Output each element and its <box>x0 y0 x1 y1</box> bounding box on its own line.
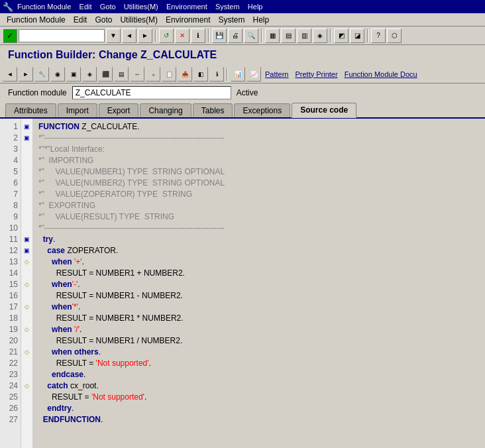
menu-environment[interactable]: Environment <box>162 15 214 25</box>
function-module-doc-btn[interactable]: Function Module Docu <box>342 69 420 80</box>
info-btn[interactable]: ℹ <box>191 28 205 43</box>
line-number: 1 <box>5 121 18 133</box>
line-number: 26 <box>5 403 18 414</box>
tb2-btn7[interactable]: ↔ <box>130 67 144 82</box>
tb2-btn13[interactable]: 📊 <box>231 67 245 82</box>
tab-exceptions[interactable]: Exceptions <box>234 103 290 117</box>
dropdown-btn[interactable]: ▼ <box>106 28 121 43</box>
toolbar-btn-f[interactable]: ◪ <box>350 28 364 43</box>
sep2 <box>208 29 209 42</box>
tb2-btn14[interactable]: 📈 <box>246 67 261 82</box>
tb2-btn2[interactable]: ◉ <box>50 67 65 82</box>
menu-goto[interactable]: Goto <box>91 15 116 25</box>
app-title: Function Builder: Change Z_CALCULATE <box>8 49 217 60</box>
menu-system[interactable]: System <box>214 15 248 25</box>
sep4 <box>330 29 331 42</box>
print-btn[interactable]: 🖨 <box>228 28 242 43</box>
line-number: 15 <box>5 279 18 290</box>
code-icon <box>23 166 31 178</box>
menu-edit[interactable]: Edit <box>70 15 91 25</box>
help-icon-btn[interactable]: ? <box>371 28 386 43</box>
code-icon <box>23 290 31 302</box>
code-line: endtry. <box>38 403 480 414</box>
code-icon: ◇ <box>23 324 31 335</box>
code-line: catch cx_root. <box>38 380 480 392</box>
nav-forward-btn[interactable]: ► <box>138 28 152 43</box>
code-line: when'-'. <box>38 279 480 290</box>
code-icon: ◇ <box>23 347 31 358</box>
tb2-btn4[interactable]: ◈ <box>82 67 97 82</box>
tb2-back[interactable]: ◄ <box>3 67 17 82</box>
code-icon: ▣ <box>23 234 31 245</box>
toolbar-btn-c[interactable]: ▥ <box>297 28 311 43</box>
tb2-btn1[interactable]: 🔧 <box>34 67 49 82</box>
line-number: 14 <box>5 268 18 279</box>
tb2-btn9[interactable]: 📋 <box>162 67 176 82</box>
title-bar-text: Function Module Edit Goto Utilities(M) E… <box>17 3 262 11</box>
tb2-btn11[interactable]: ◧ <box>193 67 208 82</box>
refresh-btn[interactable]: ↺ <box>159 28 174 43</box>
sep3 <box>261 29 262 42</box>
menu-function-module[interactable]: Function Module <box>3 15 70 25</box>
sep1 <box>155 29 156 42</box>
code-content[interactable]: FUNCTION Z_CALCULATE.*"-----------------… <box>33 119 485 448</box>
tb2-btn8[interactable]: ⬦ <box>146 67 160 82</box>
tb2-btn5[interactable]: ⬛ <box>98 67 113 82</box>
code-line: RESULT = 'Not supported'. <box>38 392 480 403</box>
code-icon <box>23 268 31 279</box>
sep5 <box>367 29 368 42</box>
tb2-forward[interactable]: ► <box>19 67 33 82</box>
tab-export[interactable]: Export <box>99 103 139 117</box>
tb2-btn12[interactable]: ℹ <box>209 67 224 82</box>
fm-value: Z_CALCULATE <box>72 86 231 99</box>
tab-tables[interactable]: Tables <box>193 103 233 117</box>
line-numbers: 1234567891011121314151617181920212223242… <box>0 119 21 448</box>
code-line: RESULT = NUMBER1 / NUMBER2. <box>38 335 480 347</box>
fm-row: Function module Z_CALCULATE Active <box>0 84 485 102</box>
app-header: Function Builder: Change Z_CALCULATE <box>0 45 485 65</box>
menu-utilities[interactable]: Utilities(M) <box>116 15 162 25</box>
toolbar2: ◄ ► 🔧 ◉ ▣ ◈ ⬛ ▤ ↔ ⬦ 📋 📥 ◧ ℹ 📊 📈 Pattern … <box>0 65 485 84</box>
tab-attributes[interactable]: Attributes <box>5 103 56 117</box>
code-line: FUNCTION Z_CALCULATE. <box>38 121 480 133</box>
code-line: when '+'. <box>38 256 480 268</box>
toolbar-btn-e[interactable]: ◩ <box>334 28 349 43</box>
line-number: 19 <box>5 324 18 335</box>
line-number: 8 <box>5 200 18 211</box>
line-number: 12 <box>5 245 18 256</box>
tab-source-code[interactable]: Source code <box>292 103 356 118</box>
tab-changing[interactable]: Changing <box>140 103 191 117</box>
code-line: *" EXPORTING <box>38 200 480 211</box>
tb2-btn10[interactable]: 📥 <box>178 67 192 82</box>
code-icons: ▣▣ ▣▣◇ ◇ ◇ ◇ ◇ ◇ <box>21 119 33 448</box>
code-icon <box>23 189 31 200</box>
line-number: 16 <box>5 290 18 302</box>
code-line: *" VALUE(NUMBER1) TYPE STRING OPTIONAL <box>38 166 480 178</box>
tb2-btn6[interactable]: ▤ <box>114 67 129 82</box>
line-number: 22 <box>5 358 18 369</box>
nav-back-btn[interactable]: ◄ <box>122 28 136 43</box>
save-btn[interactable]: 💾 <box>212 28 227 43</box>
code-icon: ▣ <box>23 121 31 133</box>
toolbar-btn-a[interactable]: ▦ <box>265 28 280 43</box>
code-line: when'*'. <box>38 302 480 313</box>
pretty-printer-btn[interactable]: Pretty Printer <box>292 69 340 80</box>
toolbar-btn-d[interactable]: ◈ <box>313 28 327 43</box>
execute-button[interactable]: ✓ <box>3 28 17 43</box>
menu-help[interactable]: Help <box>248 15 273 25</box>
find-btn[interactable]: 🔍 <box>244 28 258 43</box>
tb2-btn3[interactable]: ▣ <box>66 67 81 82</box>
tabs: Attributes Import Export Changing Tables… <box>0 102 485 119</box>
pattern-btn[interactable]: Pattern <box>262 69 291 80</box>
stop-btn[interactable]: ✕ <box>175 28 189 43</box>
toolbar-btn-b[interactable]: ▤ <box>281 28 296 43</box>
toolbar-btn-g[interactable]: ⬡ <box>387 28 402 43</box>
command-input[interactable] <box>19 29 105 42</box>
code-icon <box>23 211 31 223</box>
code-line: RESULT = 'Not supported'. <box>38 358 480 369</box>
code-line: ENDFUNCTION. <box>38 414 480 425</box>
fm-label: Function module <box>8 88 67 97</box>
tab-import[interactable]: Import <box>58 103 97 117</box>
code-line: when '/'. <box>38 324 480 335</box>
code-icon: ◇ <box>23 279 31 290</box>
